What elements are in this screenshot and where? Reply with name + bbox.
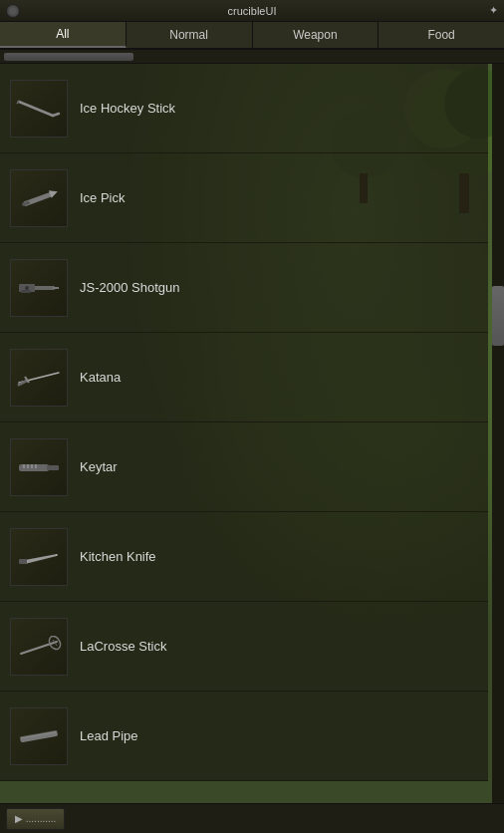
item-icon-box [10,80,68,138]
title-bar: crucibleUI ✦ [0,0,504,22]
item-label: Lead Pipe [80,728,138,743]
svg-rect-25 [35,464,37,468]
item-list: Ice Hockey Stick Ice Pick [0,64,488,803]
svg-rect-21 [47,465,59,470]
item-label: Ice Pick [80,190,126,205]
bottom-bar: ▶ ........... [0,803,504,833]
svg-line-6 [19,102,53,116]
scroll-top-thumb[interactable] [4,53,133,61]
item-label: LaCrosse Stick [80,639,166,654]
item-label: Ice Hockey Stick [80,101,175,116]
hockey-stick-icon [15,98,63,120]
svg-line-8 [17,101,19,104]
kitchen-knife-icon [15,546,63,568]
keytar-icon [15,456,63,478]
list-item[interactable]: Katana [0,333,488,422]
shotgun-icon [15,277,63,299]
list-item[interactable]: Lead Pipe [0,692,488,781]
item-icon-box [10,707,68,765]
list-item[interactable]: Ice Pick [0,153,488,243]
svg-point-16 [25,286,29,290]
list-item[interactable]: Keytar [0,422,488,512]
svg-line-29 [21,642,57,654]
list-item[interactable]: Ice Hockey Stick [0,64,488,153]
svg-rect-27 [19,559,27,564]
svg-rect-22 [23,464,25,468]
tab-all[interactable]: All [0,22,126,48]
item-icon-box [10,259,68,317]
main-content: Ice Hockey Stick Ice Pick [0,64,504,803]
svg-rect-24 [31,464,33,468]
title-bar-title: crucibleUI [228,5,277,17]
item-icon-box [10,349,68,407]
svg-rect-23 [27,464,29,468]
list-item[interactable]: Kitchen Knife [0,512,488,602]
title-bar-icon [6,4,20,18]
tab-normal[interactable]: Normal [126,22,253,48]
item-label: JS-2000 Shotgun [80,280,179,295]
item-icon-box [10,528,68,586]
item-label: Kitchen Knife [80,549,156,564]
tab-weapon[interactable]: Weapon [253,22,379,48]
bottom-action-button[interactable]: ▶ ........... [6,808,65,830]
lacrosse-stick-icon [15,636,63,658]
list-item[interactable]: JS-2000 Shotgun [0,243,488,333]
item-label: Katana [80,370,121,385]
list-item[interactable]: LaCrosse Stick [0,602,488,692]
ice-pick-icon [15,187,63,209]
scrollbar[interactable] [492,64,504,803]
svg-rect-14 [53,287,59,289]
scroll-top-bar [0,50,504,64]
item-label: Keytar [80,459,118,474]
close-icon[interactable]: ✦ [489,4,498,17]
katana-icon [15,367,63,389]
lead-pipe-icon [15,725,63,747]
item-icon-box [10,618,68,676]
tab-bar: All Normal Weapon Food [0,22,504,50]
svg-line-7 [53,114,59,116]
svg-line-18 [19,381,27,385]
svg-marker-26 [25,554,57,564]
svg-rect-15 [21,290,31,293]
scrollbar-thumb[interactable] [492,286,504,346]
tab-food[interactable]: Food [378,22,504,48]
item-icon-box [10,438,68,496]
item-icon-box [10,169,68,227]
